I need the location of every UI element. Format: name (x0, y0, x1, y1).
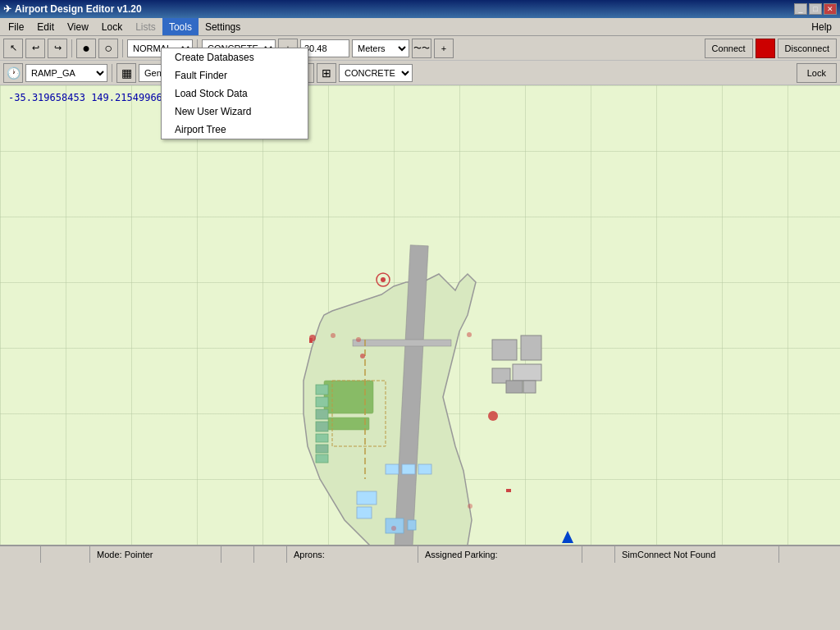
menu-edit[interactable]: Edit (30, 18, 61, 35)
svg-rect-1 (492, 340, 517, 360)
svg-rect-40 (506, 489, 511, 492)
clock-btn[interactable]: 🕐 (3, 63, 23, 83)
svg-rect-23 (357, 507, 372, 518)
titlebar-title: ✈ Airport Design Editor v1.20 (3, 3, 142, 15)
svg-rect-2 (521, 336, 541, 360)
status-cell-4 (221, 546, 254, 563)
status-simconnect: SimConnect Not Found (615, 546, 779, 563)
statusbar: Mode: Pointer Aprons: Assigned Parking: … (0, 545, 840, 563)
svg-rect-25 (408, 520, 416, 530)
svg-point-29 (360, 354, 365, 358)
svg-point-28 (381, 277, 386, 282)
tools-dropdown-menu: Create Databases Fault Finder Load Stock… (161, 48, 308, 139)
status-cell-8 (582, 546, 615, 563)
menu-file[interactable]: File (2, 18, 30, 35)
grid-btn[interactable]: ⊞ (317, 63, 336, 83)
menubar: File Edit View Lock Lists Tools Settings… (0, 18, 840, 36)
checker-btn[interactable]: ▦ (116, 63, 136, 83)
menu-tools[interactable]: Tools (162, 18, 199, 35)
titlebar: ✈ Airport Design Editor v1.20 _ □ ✕ (0, 0, 840, 18)
disconnect-btn[interactable]: Disconnect (778, 39, 837, 58)
close-btn[interactable]: ✕ (824, 3, 837, 15)
lock-btn[interactable]: Lock (797, 63, 837, 83)
connect-btn[interactable]: Connect (705, 39, 753, 58)
airport-map-svg (0, 85, 840, 545)
status-aprons: Aprons: (287, 546, 418, 563)
svg-rect-3 (513, 364, 541, 381)
menu-create-databases[interactable]: Create Databases (162, 48, 308, 66)
status-mode: Mode: Pointer (90, 546, 221, 563)
circle-solid-btn[interactable]: ● (76, 39, 96, 58)
svg-rect-15 (316, 434, 328, 442)
svg-rect-8 (353, 340, 451, 346)
svg-rect-9 (324, 381, 373, 413)
waveform-btn[interactable]: 〜〜 (412, 39, 431, 58)
svg-rect-24 (386, 518, 404, 533)
svg-rect-17 (316, 454, 328, 463)
svg-marker-37 (562, 531, 573, 543)
window-controls[interactable]: _ □ ✕ (794, 3, 837, 15)
svg-point-36 (391, 526, 396, 531)
concrete-select2[interactable]: CONCRETE ASPHALT (339, 64, 413, 82)
sep2 (122, 39, 123, 57)
menu-airport-tree[interactable]: Airport Tree (162, 121, 308, 139)
menu-help[interactable]: Help (805, 18, 838, 35)
svg-point-33 (488, 411, 498, 421)
menu-new-user-wizard[interactable]: New User Wizard (162, 103, 308, 121)
menu-lock[interactable]: Lock (95, 18, 129, 35)
svg-rect-20 (402, 464, 415, 474)
svg-rect-21 (418, 464, 431, 474)
svg-rect-16 (316, 445, 328, 453)
menu-view[interactable]: View (61, 18, 95, 35)
svg-point-34 (467, 332, 472, 337)
status-cell-1 (0, 546, 41, 563)
add2-btn[interactable]: + (434, 39, 454, 58)
toolbar-row1: ↖ ↩ ↪ ● ○ NORMAL EXPERT BEGINNER CONCRET… (0, 36, 840, 61)
redo-btn[interactable]: ↪ (48, 39, 67, 58)
sep4 (112, 64, 112, 82)
svg-point-35 (468, 504, 472, 509)
undo-btn[interactable]: ↩ (25, 39, 45, 58)
sep1 (71, 39, 72, 57)
status-cell-2 (41, 546, 90, 563)
svg-rect-14 (316, 422, 328, 431)
svg-rect-6 (523, 381, 536, 393)
svg-rect-11 (316, 385, 328, 395)
toolbar-row2: 🕐 RAMP_GA RAMP_CARGO RAMP_MIL ▦ Generic … (0, 61, 840, 85)
svg-rect-12 (316, 397, 328, 407)
svg-rect-22 (357, 491, 377, 504)
ramp-select[interactable]: RAMP_GA RAMP_CARGO RAMP_MIL (25, 64, 107, 82)
minimize-btn[interactable]: _ (794, 3, 807, 15)
map-viewport[interactable]: -35.319658453 149.21549966 000.00deg (0, 85, 840, 545)
maximize-btn[interactable]: □ (809, 3, 822, 15)
app-icon: ✈ (3, 3, 11, 15)
circle-outline-btn[interactable]: ○ (98, 39, 118, 58)
units-select[interactable]: Meters Feet (352, 39, 409, 57)
menu-lists: Lists (129, 18, 162, 35)
menu-fault-finder[interactable]: Fault Finder (162, 66, 308, 84)
pointer-tool-btn[interactable]: ↖ (3, 39, 23, 58)
status-parking: Assigned Parking: (418, 546, 582, 563)
svg-rect-19 (386, 464, 399, 474)
svg-rect-10 (328, 418, 369, 430)
menu-settings[interactable]: Settings (199, 18, 247, 35)
svg-rect-13 (316, 409, 328, 419)
svg-rect-5 (506, 381, 523, 393)
svg-point-32 (356, 337, 361, 342)
menu-load-stock-data[interactable]: Load Stock Data (162, 84, 308, 103)
svg-rect-39 (309, 338, 313, 343)
svg-point-30 (331, 333, 336, 338)
status-cell-5 (254, 546, 287, 563)
connection-status-indicator (756, 39, 775, 58)
